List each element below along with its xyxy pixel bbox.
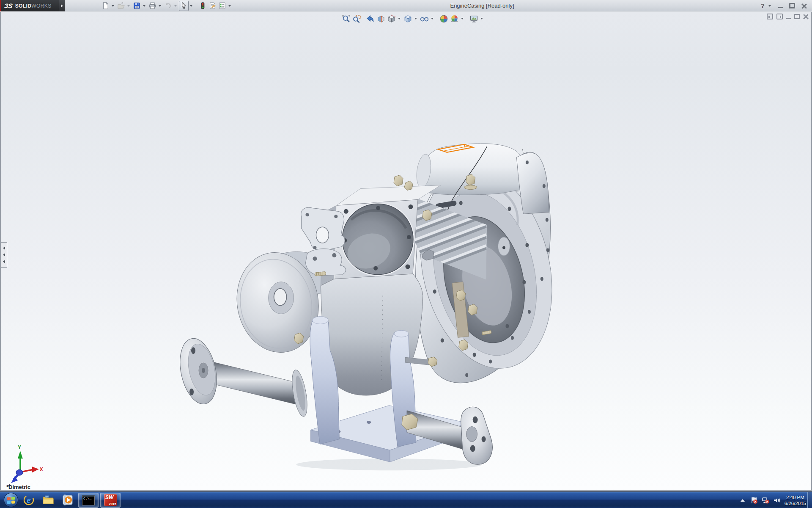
minimize-icon xyxy=(778,7,783,8)
engine-casing-model[interactable]: Y X Z xyxy=(1,12,811,490)
apply-scene-icon xyxy=(450,14,459,23)
feature-manager-collapsed-tab[interactable] xyxy=(1,242,7,268)
save-button[interactable] xyxy=(132,1,142,11)
edit-appearance-button[interactable] xyxy=(439,14,449,24)
view-orientation-dropdown[interactable] xyxy=(398,18,401,19)
view-settings-icon xyxy=(469,14,478,23)
doc-close-button[interactable] xyxy=(803,14,809,19)
hide-show-items-button[interactable] xyxy=(419,14,430,24)
previous-view-icon xyxy=(366,14,375,23)
zoom-to-fit-icon xyxy=(342,14,351,23)
view-orientation-button[interactable] xyxy=(386,14,397,24)
clock-time: 2:40 PM xyxy=(785,494,806,500)
triad-x-label: X xyxy=(40,467,43,472)
taskbar-clock[interactable]: 2:40 PM 6/26/2015 xyxy=(785,494,806,506)
new-document-button[interactable] xyxy=(101,1,110,11)
document-window-controls xyxy=(767,14,809,19)
apply-scene-button[interactable] xyxy=(449,14,460,24)
triad-y-label: Y xyxy=(18,444,21,450)
open-dropdown[interactable] xyxy=(127,5,130,7)
taskbar-internet-explorer[interactable]: e xyxy=(19,492,38,508)
show-hidden-icons-button[interactable] xyxy=(739,497,746,504)
brand-red-stripe xyxy=(0,0,1,11)
display-style-icon xyxy=(403,14,412,23)
network-status-icon[interactable] xyxy=(762,497,769,504)
doc-minimize-button[interactable] xyxy=(786,18,791,19)
taskbar-solidworks-2015[interactable]: SW 2015 xyxy=(100,493,121,508)
title-bar: ЗS SOLIDWORKS EngineCa xyxy=(0,0,812,11)
open-icon xyxy=(117,2,125,10)
minimize-button[interactable] xyxy=(776,2,785,10)
zoom-to-fit-button[interactable] xyxy=(341,14,351,24)
solidworks-mark-icon: ЗS xyxy=(4,2,13,9)
window-title: EngineCasing [Read-only] xyxy=(152,0,812,11)
view-orientation-name: *Dimetric xyxy=(6,484,30,490)
window-controls: ? xyxy=(761,0,809,11)
folder-icon xyxy=(42,494,55,506)
taskbar-command-prompt[interactable]: C:\_ xyxy=(78,493,99,508)
display-style-button[interactable] xyxy=(403,14,413,24)
pane-right-icon xyxy=(780,16,781,18)
arrow-left-icon xyxy=(3,260,5,263)
media-player-icon xyxy=(61,494,74,506)
open-button[interactable] xyxy=(116,1,126,11)
new-document-icon xyxy=(102,2,110,10)
hide-show-items-dropdown[interactable] xyxy=(431,18,433,19)
start-button[interactable] xyxy=(3,492,19,508)
volume-icon[interactable] xyxy=(773,497,781,504)
headsup-view-toolbar xyxy=(341,13,485,24)
solidworks-2015-icon: SW 2015 xyxy=(104,494,117,506)
pane-left-icon xyxy=(768,16,770,18)
section-view-button[interactable] xyxy=(376,14,386,24)
svg-text:e: e xyxy=(27,494,31,505)
edit-appearance-icon xyxy=(439,14,448,23)
view-settings-button[interactable] xyxy=(469,14,479,24)
solidworks-logo: ЗS SOLIDWORKS xyxy=(0,0,59,11)
reference-triad: Y X Z xyxy=(8,444,43,487)
graphics-viewport[interactable]: Y X Z xyxy=(0,12,812,491)
close-button[interactable] xyxy=(799,2,809,10)
command-prompt-icon: C:\_ xyxy=(82,495,95,505)
help-button[interactable]: ? xyxy=(761,2,765,9)
internet-explorer-icon: e xyxy=(22,494,35,506)
view-settings-dropdown[interactable] xyxy=(480,18,483,19)
clock-date: 6/26/2015 xyxy=(785,500,806,506)
solidworks-wordmark: SOLIDWORKS xyxy=(15,3,52,9)
hide-show-items-icon xyxy=(420,14,429,23)
gasket-plates[interactable] xyxy=(301,207,346,276)
arrow-up-icon xyxy=(741,499,745,502)
arrow-right-icon xyxy=(61,4,63,8)
restore-icon xyxy=(790,3,795,8)
close-icon xyxy=(801,3,807,8)
show-desktop-button[interactable] xyxy=(807,492,812,508)
collapse-left-pane-button[interactable] xyxy=(767,14,773,19)
doc-restore-button[interactable] xyxy=(794,14,800,19)
windows-orb-icon xyxy=(4,493,18,507)
apply-scene-dropdown[interactable] xyxy=(461,18,464,19)
taskbar-windows-explorer[interactable] xyxy=(38,492,58,508)
action-center-icon[interactable] xyxy=(750,497,758,504)
save-icon xyxy=(133,2,141,10)
help-dropdown[interactable] xyxy=(768,5,771,7)
menu-expand-arrow[interactable] xyxy=(59,0,65,11)
display-style-dropdown[interactable] xyxy=(414,18,417,19)
system-tray: 2:40 PM 6/26/2015 xyxy=(739,492,806,508)
arrow-left-icon xyxy=(3,253,5,257)
windows-taskbar: e C:\_ SW 2015 xyxy=(0,491,812,508)
taskbar-media-player[interactable] xyxy=(58,492,77,508)
section-view-icon xyxy=(376,14,385,23)
collapse-right-pane-button[interactable] xyxy=(776,14,783,19)
restore-button[interactable] xyxy=(787,2,797,10)
zoom-to-area-button[interactable] xyxy=(351,14,362,24)
zoom-to-area-icon xyxy=(352,14,361,23)
view-orientation-icon xyxy=(387,14,396,23)
arrow-left-icon xyxy=(3,246,5,250)
save-dropdown[interactable] xyxy=(143,5,145,7)
new-dropdown[interactable] xyxy=(112,5,114,7)
previous-view-button[interactable] xyxy=(365,14,376,24)
